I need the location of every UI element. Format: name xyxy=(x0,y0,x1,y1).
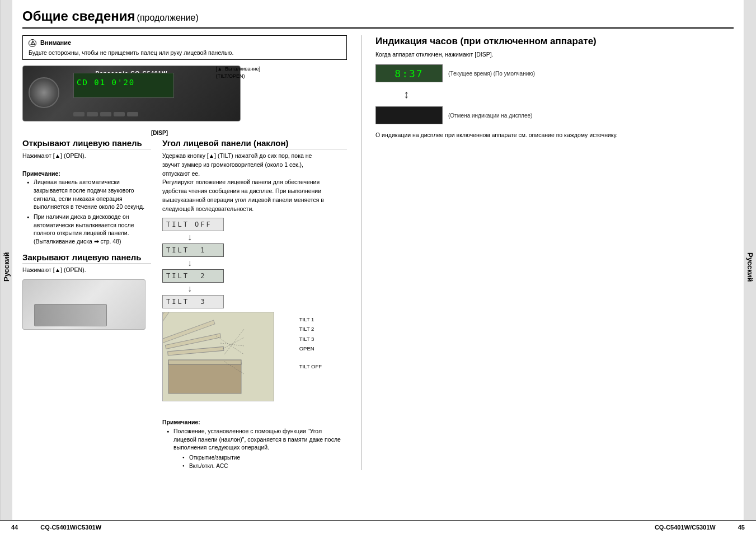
tilt-sub-notes: Открытие/закрытие Вкл./откл. ACC xyxy=(173,453,341,470)
tilt-sub-note-1: Открытие/закрытие xyxy=(182,453,341,462)
tilt-sub-note-2: Вкл./откл. ACC xyxy=(182,462,341,470)
footer-model-left: CQ-C5401W/C5301W xyxy=(40,524,101,531)
panel-open-image xyxy=(22,279,145,330)
device-image-area: Panasonic CQ-C5401W CD 01 0'20 xyxy=(22,65,347,127)
page-title-area: Общие сведения (продолжение) xyxy=(22,8,734,29)
tilt-note-title: Примечание: xyxy=(162,418,341,427)
clock-screen-1: 8:37 xyxy=(375,64,443,82)
warning-box: ⚠ Внимание Будьте осторожны, чтобы не пр… xyxy=(22,35,347,60)
left-side-tab: Русский xyxy=(0,0,12,534)
svg-rect-2 xyxy=(168,360,241,364)
tilt-svg xyxy=(163,312,274,401)
tilt-box-3: TILT 3 xyxy=(162,295,224,308)
clock-section-body: Когда аппарат отключен, нажимают [DISP]. xyxy=(375,51,734,58)
close-panel-body-text: Нажимают [▲] (OPEN). xyxy=(22,266,151,275)
disp-label: [DISP] xyxy=(151,130,168,136)
page-title-sub: (продолжение) xyxy=(137,13,199,22)
tilt-diagram-container: TILT 1 TILT 2 TILT 3 OPEN TILT OFF xyxy=(162,312,297,410)
warning-title-text: Внимание xyxy=(40,39,71,46)
left-column: ⚠ Внимание Будьте осторожны, чтобы не пр… xyxy=(22,35,347,470)
arrow-label-text: [▲: Выталкивание](TILT/OPEN) xyxy=(216,66,260,79)
clock-screen-2 xyxy=(375,106,443,124)
device-btn-5 xyxy=(127,112,138,116)
close-panel-body: Нажимают [▲] (OPEN). xyxy=(22,266,151,275)
footer-model-right: CQ-C5401W/C5301W xyxy=(655,524,716,531)
warning-text: Будьте осторожны, чтобы не прищемить пал… xyxy=(29,49,341,56)
tilt-body-text: Удержав кнопку [▲] (TILT) нажатой до сих… xyxy=(162,152,330,213)
close-panel-title: Закрывают лицевую панель xyxy=(22,252,151,264)
open-close-section: Открывают лицевую панель Нажимают [▲] (O… xyxy=(22,132,151,470)
tilt-img-label-6: TILT OFF xyxy=(299,362,322,371)
device-image: Panasonic CQ-C5401W CD 01 0'20 xyxy=(22,65,241,121)
tilt-img-label-3: TILT 3 xyxy=(299,334,322,344)
tilt-notes: Положение, установленное с помощью функц… xyxy=(162,427,341,452)
tilt-arrow-1: ↓ xyxy=(187,232,347,242)
page-title-main: Общие сведения xyxy=(22,8,135,24)
panel-detail xyxy=(34,304,107,326)
tilt-box-off: TILT OFF xyxy=(162,218,224,231)
device-knob xyxy=(29,77,59,108)
footer-left: 44 CQ-C5401W/C5301W xyxy=(11,524,101,531)
tilt-arrow-2: ↓ xyxy=(187,258,347,268)
disp-label-text: [DISP] xyxy=(151,130,168,136)
device-buttons xyxy=(73,112,138,116)
tilt-box-2: TILT 2 xyxy=(162,269,224,283)
device-btn-1 xyxy=(73,112,84,116)
open-panel-notes: Лицевая панель автоматически закрывается… xyxy=(22,178,151,246)
svg-rect-1 xyxy=(168,363,241,394)
tilt-img-label-2: TILT 2 xyxy=(299,324,322,334)
left-tab-label: Русский xyxy=(2,252,11,282)
open-panel-body: Нажимают [▲] (OPEN). Примечание: Лицевая… xyxy=(22,152,151,246)
tilt-row-0: TILT OFF xyxy=(162,218,347,231)
clock-display-row-2: (Отмена индикации на дисплее) xyxy=(375,106,734,124)
right-tab-label: Русский xyxy=(746,252,754,282)
open-panel-title: Открывают лицевую панель xyxy=(22,138,151,149)
warning-title: ⚠ Внимание xyxy=(29,39,341,47)
footer-right: CQ-C5401W/C5301W 45 xyxy=(655,524,745,531)
clock-bidirectional-arrow: ↕ xyxy=(403,88,734,101)
clock-note-2: (Отмена индикации на дисплее) xyxy=(448,113,532,119)
footer-page-left: 44 xyxy=(11,524,18,531)
lower-section: Открывают лицевую панель Нажимают [▲] (O… xyxy=(22,132,347,470)
tilt-img-label-4: OPEN xyxy=(299,344,322,353)
right-column: Индикация часов (при отключенном аппарат… xyxy=(375,35,734,470)
open-panel-note-title: Примечание: xyxy=(22,170,151,179)
tilt-section: Угол лицевой панели (наклон) Удержав кно… xyxy=(162,132,347,470)
device-btn-4 xyxy=(114,112,125,116)
tilt-box-1: TILT 1 xyxy=(162,243,224,257)
clock-description: О индикации на дисплее при включенном ап… xyxy=(375,131,734,140)
tilt-sequence: TILT OFF ↓ TILT 1 ↓ TILT 2 ↓ xyxy=(162,218,347,308)
tilt-row-3: TILT 3 xyxy=(162,295,347,308)
open-panel-note-1: Лицевая панель автоматически закрывается… xyxy=(27,178,151,211)
clock-note-1: (Текущее время) (По умолчанию) xyxy=(448,71,535,77)
footer: 44 CQ-C5401W/C5301W CQ-C5401W/C5301W 45 xyxy=(0,520,756,534)
arrow-label: [▲: Выталкивание](TILT/OPEN) xyxy=(216,65,260,79)
clock-display-area: 8:37 (Текущее время) (По умолчанию) ↕ (О… xyxy=(375,64,734,124)
right-side-tab: Русский xyxy=(744,0,756,534)
tilt-note-1: Положение, установленное с помощью функц… xyxy=(167,427,341,452)
content-columns: ⚠ Внимание Будьте осторожны, чтобы не пр… xyxy=(22,35,734,470)
device-screen-text: CD 01 0'20 xyxy=(74,73,173,91)
tilt-section-title: Угол лицевой панели (наклон) xyxy=(162,138,347,149)
device-screen: CD 01 0'20 xyxy=(73,73,174,98)
tilt-img-label-1: TILT 1 xyxy=(299,315,322,324)
clock-display-row-1: 8:37 (Текущее время) (По умолчанию) xyxy=(375,64,734,82)
tilt-section-body: Удержав кнопку [▲] (TILT) нажатой до сих… xyxy=(162,152,330,213)
device-btn-2 xyxy=(87,112,98,116)
device-btn-3 xyxy=(100,112,111,116)
column-divider xyxy=(361,35,361,470)
warning-icon: ⚠ xyxy=(29,39,36,47)
open-panel-note-2: При наличии диска в дисководе он автомат… xyxy=(27,213,151,246)
tilt-arrow-3: ↓ xyxy=(187,284,347,294)
tilt-note-box: Примечание: Положение, установленное с п… xyxy=(162,418,341,470)
main-content: Общие сведения (продолжение) ⚠ Внимание … xyxy=(12,0,744,534)
tilt-row-2: TILT 2 xyxy=(162,269,347,283)
open-panel-body-text: Нажимают [▲] (OPEN). xyxy=(22,152,151,161)
clock-screen-text-1: 8:37 xyxy=(395,68,423,79)
clock-section-title: Индикация часов (при отключенном аппарат… xyxy=(375,35,734,48)
tilt-img-labels: TILT 1 TILT 2 TILT 3 OPEN TILT OFF xyxy=(299,315,322,371)
tilt-row-1: TILT 1 xyxy=(162,243,347,257)
footer-page-right: 45 xyxy=(738,524,745,531)
tilt-diagram-image xyxy=(162,312,274,401)
